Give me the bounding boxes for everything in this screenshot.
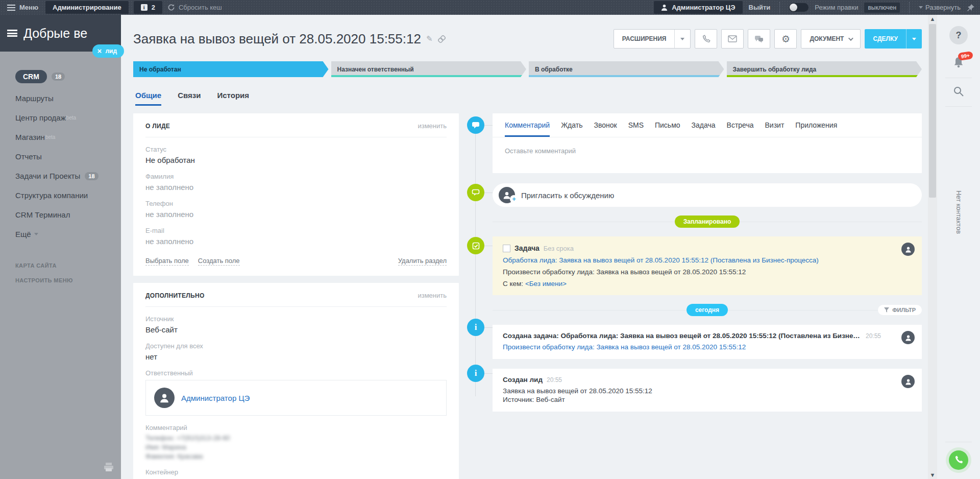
section-title: О ЛИДЕ xyxy=(145,123,170,130)
configure-menu-link[interactable]: НАСТРОИТЬ МЕНЮ xyxy=(15,277,121,283)
chat-button[interactable] xyxy=(748,29,770,49)
stage-assigned[interactable]: Назначен ответственный xyxy=(331,61,527,77)
field-comment: Комментарий Телефон: +7(910)313-28-60 Им… xyxy=(145,424,447,460)
pin-icon[interactable] xyxy=(967,4,975,12)
sidebar-item-reports[interactable]: Отчеты xyxy=(15,152,121,161)
sidebar-item-more[interactable]: Ещё xyxy=(15,230,121,238)
task-checkbox[interactable] xyxy=(503,245,510,252)
task-title-link[interactable]: Обработка лида: Заявка на вывоз вещей от… xyxy=(503,256,819,264)
info-node-icon: i xyxy=(467,319,484,336)
help-button[interactable]: ? xyxy=(949,26,968,44)
entry-author-avatar[interactable] xyxy=(901,375,915,388)
tab-visit[interactable]: Визит xyxy=(765,121,785,137)
comment-input[interactable]: Оставьте комментарий xyxy=(493,137,922,173)
email-button[interactable] xyxy=(721,29,744,49)
entry-author-avatar[interactable] xyxy=(901,331,915,344)
tab-meeting[interactable]: Встреча xyxy=(727,121,754,137)
edit-section-link[interactable]: изменить xyxy=(418,292,447,299)
task-author-avatar[interactable] xyxy=(901,243,915,256)
app: Меню Администрирование i2 Сбросить кеш А… xyxy=(0,0,980,479)
tab-general[interactable]: Общие xyxy=(135,91,161,106)
filter-button[interactable]: ФИЛЬТР xyxy=(878,305,922,315)
expand-button[interactable]: Развернуть xyxy=(919,4,961,11)
sidebar-item-tasks-projects[interactable]: Задачи и Проекты18 xyxy=(15,172,121,180)
clear-cache-button[interactable]: Сбросить кеш xyxy=(167,4,222,11)
deal-dropdown[interactable] xyxy=(906,29,922,49)
entry-line: Заявка на вывоз вещей от 28.05.2020 15:5… xyxy=(503,387,912,395)
beta-badge: beta xyxy=(45,134,55,140)
phone-icon xyxy=(702,35,710,43)
field-container: Контейнер xyxy=(145,468,447,476)
tab-sms[interactable]: SMS xyxy=(628,121,644,137)
notifications-button[interactable]: 99+ xyxy=(952,56,965,70)
field-status: Статус Не обработан xyxy=(145,146,447,164)
tab-apps[interactable]: Приложения xyxy=(795,121,837,137)
page-title: Заявка на вывоз вещей от 28.05.2020 15:5… xyxy=(133,31,421,47)
edit-mode-toggle[interactable] xyxy=(789,3,808,12)
discussion-node-icon xyxy=(467,184,484,201)
field-public: Доступен для всех нет xyxy=(145,342,447,361)
search-button[interactable] xyxy=(952,85,965,99)
tab-task[interactable]: Задача xyxy=(692,121,716,137)
sidebar-item-crm[interactable]: CRM 18 xyxy=(15,70,121,83)
edit-title-icon[interactable]: ✎ xyxy=(426,34,433,43)
menu-hamburger-icon[interactable] xyxy=(7,5,15,11)
sidebar-item-routes[interactable]: Маршруты xyxy=(15,94,121,103)
vertical-scrollbar[interactable]: ▲ ▼ xyxy=(928,15,937,479)
sitemap-link[interactable]: КАРТА САЙТА xyxy=(15,262,121,269)
telephony-button[interactable] xyxy=(949,450,968,470)
timeline-entry-lead-created[interactable]: Создан лид 20:55 Заявка на вывоз вещей о… xyxy=(493,369,922,412)
stage-finish-processing[interactable]: Завершить обработку лида xyxy=(727,61,922,77)
beta-badge: beta xyxy=(66,115,76,121)
task-card: Задача Без срока Обработка лида: Заявка … xyxy=(493,236,922,295)
chevron-down-icon xyxy=(34,233,38,235)
copy-link-icon[interactable] xyxy=(438,35,446,43)
tab-call[interactable]: Звонок xyxy=(594,121,617,137)
tab-relations[interactable]: Связи xyxy=(178,91,201,106)
call-button[interactable] xyxy=(695,29,717,49)
scrollbar-track[interactable] xyxy=(929,23,936,471)
administration-button[interactable]: Администрирование xyxy=(45,1,129,14)
extensions-dropdown[interactable] xyxy=(674,30,690,48)
tab-comment[interactable]: Комментарий xyxy=(505,121,550,137)
timeline-tabs: Комментарий Ждать Звонок SMS Письмо Зада… xyxy=(493,113,922,137)
divider xyxy=(945,442,972,442)
document-button[interactable]: ДОКУМЕНТ xyxy=(801,29,861,49)
sidebar-item-store[interactable]: Магазинbeta xyxy=(15,133,121,141)
current-user-button[interactable]: Администратор ЦЭ xyxy=(654,1,742,14)
delete-section-link[interactable]: Удалить раздел xyxy=(398,257,447,266)
sidebar-item-sales-center[interactable]: Центр продажbeta xyxy=(15,113,121,122)
sidebar-hamburger-icon[interactable] xyxy=(7,30,17,37)
sidebar-item-company-structure[interactable]: Структура компании xyxy=(15,191,121,200)
edit-section-link[interactable]: изменить xyxy=(418,122,447,130)
invite-to-discussion[interactable]: + Пригласить к обсуждению xyxy=(493,183,922,207)
timeline-entry-task-created[interactable]: Создана задача: Обработка лида: Заявка н… xyxy=(493,325,922,359)
responsible-user-link[interactable]: Администратор ЦЭ xyxy=(181,394,250,402)
blurred-comment-line: Телефон: +7(910)313-28-60 xyxy=(145,434,447,442)
tab-wait[interactable]: Ждать xyxy=(561,121,582,137)
logout-button[interactable]: Выйти xyxy=(749,4,771,11)
sidebar-item-crm-terminal[interactable]: CRM Терминал xyxy=(15,210,121,219)
scrollbar-thumb[interactable] xyxy=(929,24,936,198)
settings-button[interactable]: ⚙ xyxy=(774,29,797,49)
plus-icon: + xyxy=(510,195,518,203)
divider xyxy=(945,78,972,78)
tab-history[interactable]: История xyxy=(217,91,249,106)
stage-not-processed[interactable]: Не обработан xyxy=(133,61,329,77)
scroll-up-arrow[interactable]: ▲ xyxy=(930,15,936,23)
info-counter-button[interactable]: i2 xyxy=(134,1,162,14)
printer-icon[interactable] xyxy=(104,463,114,472)
extensions-button[interactable]: РАСШИРЕНИЯ xyxy=(614,29,691,49)
select-field-link[interactable]: Выбрать поле xyxy=(145,257,189,266)
task-with-link[interactable]: <Без имени> xyxy=(525,280,567,288)
sidebar-header: Добрые ве × лид xyxy=(0,15,121,52)
menu-button[interactable]: Меню xyxy=(19,4,38,11)
scroll-down-arrow[interactable]: ▼ xyxy=(930,471,936,479)
create-deal-button[interactable]: СДЕЛКУ xyxy=(865,29,922,49)
close-icon[interactable]: × xyxy=(97,49,102,54)
entry-task-link[interactable]: Произвести обработку лида: Заявка на выв… xyxy=(503,343,746,351)
create-field-link[interactable]: Создать поле xyxy=(198,257,240,266)
search-tag-lead[interactable]: × лид xyxy=(92,44,124,58)
tab-letter[interactable]: Письмо xyxy=(655,121,680,137)
stage-in-progress[interactable]: В обработке xyxy=(529,61,724,77)
